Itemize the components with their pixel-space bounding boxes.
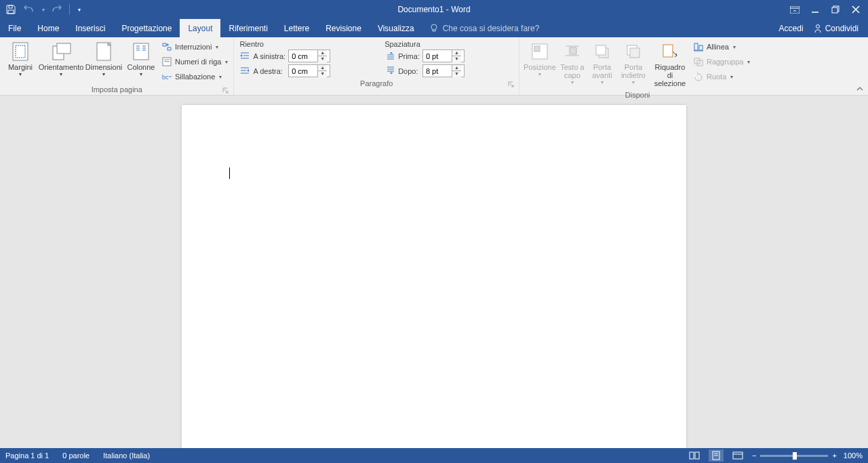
web-layout-icon[interactable] <box>730 449 745 462</box>
print-layout-icon[interactable] <box>709 449 724 462</box>
group-button: Raggruppa▾ <box>693 55 750 68</box>
spin-down-icon[interactable]: ▼ <box>452 56 461 62</box>
bring-forward-button: Porta avanti▾ <box>587 39 617 89</box>
margins-icon <box>10 41 31 62</box>
svg-rect-59 <box>733 452 743 459</box>
columns-icon <box>131 41 151 62</box>
svg-rect-1 <box>8 10 14 14</box>
collapse-ribbon-icon[interactable] <box>856 85 864 92</box>
page-setup-launcher-icon[interactable] <box>222 87 229 94</box>
restore-icon[interactable] <box>830 4 841 15</box>
send-backward-icon <box>623 41 644 62</box>
svg-rect-41 <box>570 47 576 54</box>
svg-rect-49 <box>694 43 698 50</box>
svg-rect-55 <box>695 452 699 459</box>
window-title: Documento1 - Word <box>397 5 470 14</box>
zoom-level[interactable]: 100% <box>844 451 863 460</box>
svg-rect-14 <box>134 43 149 60</box>
tab-file[interactable]: File <box>0 19 29 37</box>
undo-icon[interactable] <box>23 4 34 15</box>
tab-visualizza[interactable]: Visualizza <box>370 19 422 37</box>
hyphenation-button[interactable]: bcSillabazione▾ <box>161 70 228 83</box>
lightbulb-icon <box>429 24 439 33</box>
svg-rect-54 <box>690 452 694 459</box>
indent-left-icon <box>239 51 250 62</box>
group-paragraph: Rientro A sinistra: ▲▼ A destra: ▲▼ Spaz… <box>234 37 519 95</box>
indent-right-icon <box>239 66 250 77</box>
space-after-label: Dopo: <box>384 66 420 77</box>
redo-icon[interactable] <box>52 4 62 15</box>
minimize-icon[interactable] <box>810 4 821 15</box>
space-before-label: Prima: <box>384 51 420 62</box>
size-button[interactable]: Dimensioni▾ <box>84 39 123 81</box>
text-cursor <box>229 167 230 179</box>
tab-riferimenti[interactable]: Riferimenti <box>220 19 275 37</box>
rotate-button: Ruota▾ <box>693 70 750 83</box>
margins-button[interactable]: Margini▾ <box>3 39 38 81</box>
svg-point-7 <box>431 24 437 30</box>
spin-up-icon[interactable]: ▲ <box>452 65 461 71</box>
tell-me[interactable] <box>422 19 585 37</box>
breaks-icon <box>161 41 172 52</box>
group-label-page-setup: Imposta pagina <box>92 85 142 94</box>
tab-revisione[interactable]: Revisione <box>317 19 370 37</box>
orientation-button[interactable]: Orientamento▾ <box>38 39 84 81</box>
align-button[interactable]: Allinea▾ <box>693 40 750 54</box>
qat-customize-icon[interactable]: ▾ <box>78 7 81 13</box>
undo-dropdown-icon[interactable]: ▾ <box>42 7 45 13</box>
svg-rect-47 <box>630 48 639 58</box>
status-words[interactable]: 0 parole <box>62 451 90 460</box>
spin-down-icon[interactable]: ▼ <box>452 71 461 77</box>
zoom-out-icon[interactable]: − <box>752 451 756 460</box>
tab-inserisci[interactable]: Inserisci <box>67 19 113 37</box>
line-numbers-button[interactable]: 1Numeri di riga▾ <box>161 55 228 68</box>
orientation-icon <box>51 41 71 62</box>
share-button[interactable]: Condividi <box>813 24 859 33</box>
status-page[interactable]: Pagina 1 di 1 <box>5 451 49 460</box>
breaks-button[interactable]: Interruzioni▾ <box>161 40 228 54</box>
spin-down-icon[interactable]: ▼ <box>318 56 327 62</box>
columns-button[interactable]: Colonne▾ <box>123 39 159 81</box>
space-after-input[interactable]: ▲▼ <box>422 64 465 77</box>
page[interactable] <box>182 105 686 448</box>
selection-pane-icon <box>660 41 680 62</box>
read-mode-icon[interactable] <box>687 449 702 462</box>
wrap-text-icon <box>562 41 583 62</box>
paragraph-launcher-icon[interactable] <box>508 81 515 88</box>
ribbon-display-icon[interactable] <box>789 4 800 15</box>
spin-up-icon[interactable]: ▲ <box>318 50 327 56</box>
status-bar: Pagina 1 di 1 0 parole Italiano (Italia)… <box>0 448 868 463</box>
indent-right-label: A destra: <box>239 66 285 77</box>
tab-progettazione[interactable]: Progettazione <box>113 19 180 37</box>
close-icon[interactable] <box>850 4 861 15</box>
space-before-icon <box>384 51 395 62</box>
document-area[interactable] <box>0 96 868 448</box>
sign-in-button[interactable]: Accedi <box>779 24 804 33</box>
indent-left-input[interactable]: ▲▼ <box>288 49 330 62</box>
tell-me-input[interactable] <box>443 24 578 33</box>
spin-up-icon[interactable]: ▲ <box>452 50 461 56</box>
indent-heading: Rientro <box>237 39 382 48</box>
space-before-input[interactable]: ▲▼ <box>422 49 465 62</box>
tab-layout[interactable]: Layout <box>180 19 220 37</box>
svg-rect-45 <box>596 45 606 55</box>
status-language[interactable]: Italiano (Italia) <box>103 451 150 460</box>
spin-up-icon[interactable]: ▲ <box>318 65 327 71</box>
rotate-icon <box>693 71 704 82</box>
selection-pane-button[interactable]: Riquadro di selezione <box>650 39 690 90</box>
save-icon[interactable] <box>5 4 16 15</box>
align-icon <box>693 41 704 52</box>
svg-rect-50 <box>699 45 703 50</box>
zoom-track[interactable] <box>760 455 828 457</box>
svg-text:bc: bc <box>162 74 169 81</box>
spin-down-icon[interactable]: ▼ <box>318 71 327 77</box>
tab-home[interactable]: Home <box>29 19 67 37</box>
zoom-thumb[interactable] <box>793 452 797 460</box>
line-numbers-icon: 1 <box>161 56 172 67</box>
zoom-in-icon[interactable]: + <box>832 451 836 460</box>
zoom-slider[interactable]: − + <box>752 451 837 460</box>
tab-lettere[interactable]: Lettere <box>276 19 317 37</box>
indent-right-input[interactable]: ▲▼ <box>288 64 330 77</box>
share-icon <box>813 24 823 33</box>
send-backward-button: Porta indietro▾ <box>617 39 650 89</box>
